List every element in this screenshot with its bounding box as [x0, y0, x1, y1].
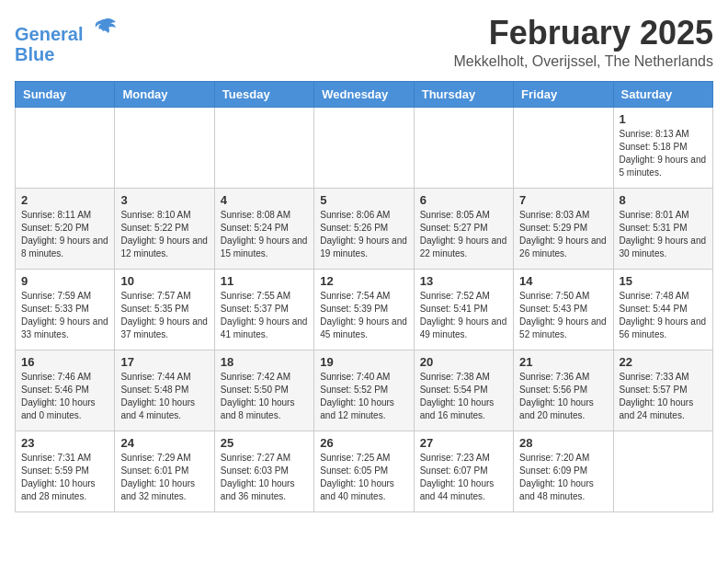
day-number: 8: [620, 193, 707, 207]
day-detail: Sunrise: 7:31 AM Sunset: 5:59 PM Dayligh…: [21, 452, 108, 503]
calendar-header-row: Sunday Monday Tuesday Wednesday Thursday…: [16, 81, 713, 107]
calendar-cell: 11Sunrise: 7:55 AM Sunset: 5:37 PM Dayli…: [214, 269, 313, 350]
calendar-cell: 8Sunrise: 8:01 AM Sunset: 5:31 PM Daylig…: [613, 188, 712, 269]
calendar-cell: [115, 107, 214, 188]
day-number: 1: [620, 112, 707, 126]
day-detail: Sunrise: 7:59 AM Sunset: 5:33 PM Dayligh…: [21, 290, 108, 341]
day-detail: Sunrise: 7:29 AM Sunset: 6:01 PM Dayligh…: [120, 452, 208, 503]
day-detail: Sunrise: 7:23 AM Sunset: 6:07 PM Dayligh…: [420, 452, 507, 503]
location: Mekkelholt, Overijssel, The Netherlands: [454, 53, 714, 70]
day-number: 27: [420, 436, 507, 450]
calendar-cell: 22Sunrise: 7:33 AM Sunset: 5:57 PM Dayli…: [613, 350, 712, 431]
page-header: General Blue February 2025 Mekkelholt, O…: [15, 15, 713, 70]
calendar-cell: [16, 107, 115, 188]
day-detail: Sunrise: 7:33 AM Sunset: 5:57 PM Dayligh…: [620, 371, 707, 422]
day-detail: Sunrise: 8:01 AM Sunset: 5:31 PM Dayligh…: [620, 209, 707, 260]
calendar-cell: 24Sunrise: 7:29 AM Sunset: 6:01 PM Dayli…: [115, 431, 214, 511]
day-detail: Sunrise: 7:57 AM Sunset: 5:35 PM Dayligh…: [120, 290, 208, 341]
day-number: 19: [320, 355, 407, 369]
day-detail: Sunrise: 7:52 AM Sunset: 5:41 PM Dayligh…: [420, 290, 507, 341]
day-number: 21: [519, 355, 607, 369]
week-row-3: 9Sunrise: 7:59 AM Sunset: 5:33 PM Daylig…: [16, 269, 713, 350]
col-sunday: Sunday: [16, 81, 115, 107]
calendar-cell: [514, 107, 613, 188]
calendar-table: Sunday Monday Tuesday Wednesday Thursday…: [15, 81, 713, 512]
calendar-cell: 23Sunrise: 7:31 AM Sunset: 5:59 PM Dayli…: [16, 431, 115, 511]
day-detail: Sunrise: 7:54 AM Sunset: 5:39 PM Dayligh…: [320, 290, 407, 341]
day-number: 20: [420, 355, 507, 369]
day-number: 2: [21, 193, 108, 207]
day-number: 4: [221, 193, 308, 207]
day-number: 28: [519, 436, 607, 450]
day-number: 17: [120, 355, 208, 369]
day-number: 23: [21, 436, 108, 450]
calendar-cell: 17Sunrise: 7:44 AM Sunset: 5:48 PM Dayli…: [115, 350, 214, 431]
day-detail: Sunrise: 8:13 AM Sunset: 5:18 PM Dayligh…: [620, 128, 707, 179]
day-number: 16: [21, 355, 108, 369]
calendar-cell: 15Sunrise: 7:48 AM Sunset: 5:44 PM Dayli…: [613, 269, 712, 350]
day-detail: Sunrise: 8:11 AM Sunset: 5:20 PM Dayligh…: [21, 209, 108, 260]
calendar-cell: 18Sunrise: 7:42 AM Sunset: 5:50 PM Dayli…: [214, 350, 313, 431]
day-detail: Sunrise: 8:06 AM Sunset: 5:26 PM Dayligh…: [320, 209, 407, 260]
calendar-cell: 28Sunrise: 7:20 AM Sunset: 6:09 PM Dayli…: [514, 431, 613, 511]
day-number: 6: [420, 193, 507, 207]
calendar-cell: 14Sunrise: 7:50 AM Sunset: 5:43 PM Dayli…: [514, 269, 613, 350]
day-number: 11: [221, 274, 308, 288]
calendar-cell: 13Sunrise: 7:52 AM Sunset: 5:41 PM Dayli…: [414, 269, 513, 350]
day-detail: Sunrise: 7:25 AM Sunset: 6:05 PM Dayligh…: [320, 452, 407, 503]
day-detail: Sunrise: 7:46 AM Sunset: 5:46 PM Dayligh…: [21, 371, 108, 422]
day-detail: Sunrise: 7:48 AM Sunset: 5:44 PM Dayligh…: [620, 290, 707, 341]
calendar-cell: 2Sunrise: 8:11 AM Sunset: 5:20 PM Daylig…: [16, 188, 115, 269]
week-row-4: 16Sunrise: 7:46 AM Sunset: 5:46 PM Dayli…: [16, 350, 713, 431]
day-detail: Sunrise: 7:42 AM Sunset: 5:50 PM Dayligh…: [221, 371, 308, 422]
calendar-cell: 5Sunrise: 8:06 AM Sunset: 5:26 PM Daylig…: [314, 188, 414, 269]
day-detail: Sunrise: 7:36 AM Sunset: 5:56 PM Dayligh…: [519, 371, 607, 422]
day-number: 15: [620, 274, 707, 288]
day-number: 14: [519, 274, 607, 288]
day-number: 18: [221, 355, 308, 369]
logo-blue: Blue: [15, 44, 54, 64]
day-number: 25: [221, 436, 308, 450]
day-number: 22: [620, 355, 707, 369]
week-row-1: 1Sunrise: 8:13 AM Sunset: 5:18 PM Daylig…: [16, 107, 713, 188]
day-detail: Sunrise: 7:38 AM Sunset: 5:54 PM Dayligh…: [420, 371, 507, 422]
calendar-cell: 20Sunrise: 7:38 AM Sunset: 5:54 PM Dayli…: [414, 350, 513, 431]
calendar-cell: 6Sunrise: 8:05 AM Sunset: 5:27 PM Daylig…: [414, 188, 513, 269]
day-number: 3: [120, 193, 208, 207]
calendar-cell: 12Sunrise: 7:54 AM Sunset: 5:39 PM Dayli…: [314, 269, 414, 350]
calendar-cell: 26Sunrise: 7:25 AM Sunset: 6:05 PM Dayli…: [314, 431, 414, 511]
calendar-cell: 19Sunrise: 7:40 AM Sunset: 5:52 PM Dayli…: [314, 350, 414, 431]
calendar-cell: 25Sunrise: 7:27 AM Sunset: 6:03 PM Dayli…: [214, 431, 313, 511]
calendar-cell: 27Sunrise: 7:23 AM Sunset: 6:07 PM Dayli…: [414, 431, 513, 511]
day-number: 5: [320, 193, 407, 207]
day-detail: Sunrise: 7:20 AM Sunset: 6:09 PM Dayligh…: [519, 452, 607, 503]
col-friday: Friday: [514, 81, 613, 107]
day-detail: Sunrise: 8:10 AM Sunset: 5:22 PM Dayligh…: [120, 209, 208, 260]
title-block: February 2025 Mekkelholt, Overijssel, Th…: [454, 15, 714, 70]
col-thursday: Thursday: [414, 81, 513, 107]
col-saturday: Saturday: [613, 81, 712, 107]
calendar-cell: [314, 107, 414, 188]
calendar-cell: [214, 107, 313, 188]
day-detail: Sunrise: 8:05 AM Sunset: 5:27 PM Dayligh…: [420, 209, 507, 260]
day-detail: Sunrise: 7:40 AM Sunset: 5:52 PM Dayligh…: [320, 371, 407, 422]
month-title: February 2025: [454, 15, 714, 52]
day-detail: Sunrise: 7:27 AM Sunset: 6:03 PM Dayligh…: [221, 452, 308, 503]
day-detail: Sunrise: 7:50 AM Sunset: 5:43 PM Dayligh…: [519, 290, 607, 341]
logo-text: General Blue: [15, 15, 118, 64]
col-tuesday: Tuesday: [214, 81, 313, 107]
day-number: 24: [120, 436, 208, 450]
day-number: 13: [420, 274, 507, 288]
day-detail: Sunrise: 7:55 AM Sunset: 5:37 PM Dayligh…: [221, 290, 308, 341]
week-row-5: 23Sunrise: 7:31 AM Sunset: 5:59 PM Dayli…: [16, 431, 713, 511]
logo: General Blue: [15, 15, 118, 64]
day-number: 26: [320, 436, 407, 450]
day-number: 12: [320, 274, 407, 288]
logo-bird-icon: [90, 15, 118, 40]
calendar-cell: 10Sunrise: 7:57 AM Sunset: 5:35 PM Dayli…: [115, 269, 214, 350]
col-monday: Monday: [115, 81, 214, 107]
day-number: 9: [21, 274, 108, 288]
logo-general: General: [15, 24, 83, 44]
calendar-cell: 21Sunrise: 7:36 AM Sunset: 5:56 PM Dayli…: [514, 350, 613, 431]
day-number: 7: [519, 193, 607, 207]
